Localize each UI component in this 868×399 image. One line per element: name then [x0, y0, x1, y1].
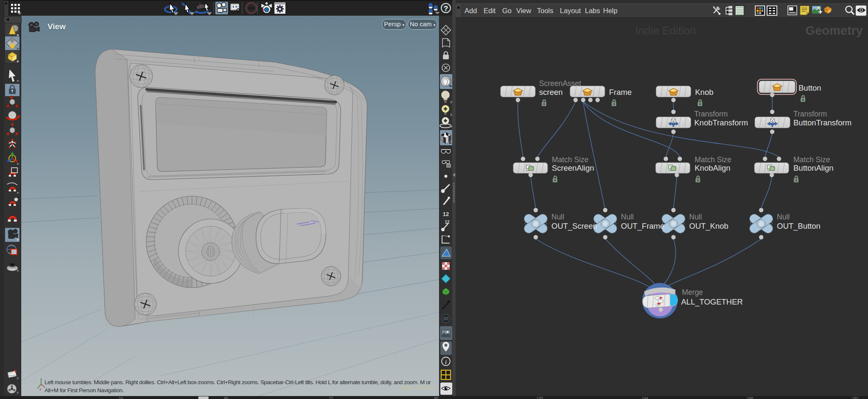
svg-text:Null: Null	[689, 213, 702, 221]
svg-text:OUT_Knob: OUT_Knob	[689, 222, 729, 231]
svg-text:x: x	[39, 387, 42, 391]
svg-text:ButtonTransform: ButtonTransform	[793, 118, 851, 127]
svg-text:OUT_Button: OUT_Button	[777, 222, 821, 231]
svg-text:Transform: Transform	[694, 110, 728, 118]
svg-text:ScreenAsset: ScreenAsset	[539, 79, 581, 88]
svg-text:ButtonAlign: ButtonAlign	[793, 163, 834, 172]
svg-text:Merge: Merge	[682, 288, 703, 296]
svg-text:Match Size: Match Size	[695, 155, 732, 164]
svg-text:Match Size: Match Size	[793, 155, 830, 164]
svg-text:KnobTransform: KnobTransform	[694, 118, 748, 127]
svg-text:Transform: Transform	[793, 110, 827, 118]
svg-text:Match Size: Match Size	[552, 155, 589, 164]
svg-text:OUT_Frame: OUT_Frame	[621, 222, 665, 231]
svg-text:ScreenAlign: ScreenAlign	[552, 163, 594, 172]
svg-text:KnobAlign: KnobAlign	[695, 163, 730, 172]
svg-text:Button: Button	[798, 83, 821, 92]
svg-text:i: i	[445, 359, 447, 365]
svg-text:screen: screen	[539, 88, 563, 97]
svg-text:Null: Null	[777, 213, 790, 221]
svg-text:?: ?	[444, 5, 448, 13]
svg-text:Knob: Knob	[695, 88, 713, 97]
svg-text:12: 12	[443, 211, 449, 217]
svg-text:OUT_Screen: OUT_Screen	[551, 222, 597, 231]
svg-text:Null: Null	[551, 213, 564, 221]
svg-text:Frame: Frame	[609, 88, 632, 97]
svg-text:Null: Null	[621, 213, 634, 221]
svg-text:ALL_TOGETHER: ALL_TOGETHER	[681, 297, 743, 307]
svg-text:12: 12	[445, 220, 450, 224]
